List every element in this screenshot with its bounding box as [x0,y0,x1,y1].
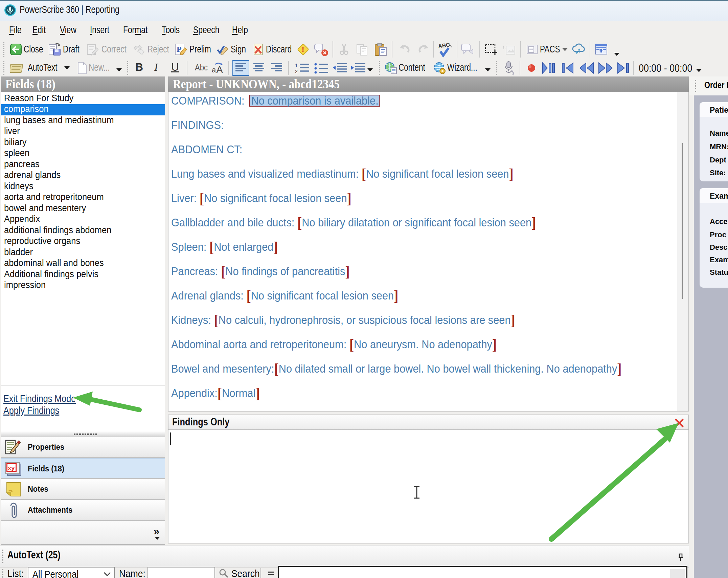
svg-text:xy: xy [8,465,15,472]
svg-text:2: 2 [295,69,298,74]
svg-text:a: a [212,66,216,74]
svg-text:1: 1 [295,63,298,68]
svg-text:!: ! [302,45,304,54]
svg-text:A: A [216,64,223,75]
